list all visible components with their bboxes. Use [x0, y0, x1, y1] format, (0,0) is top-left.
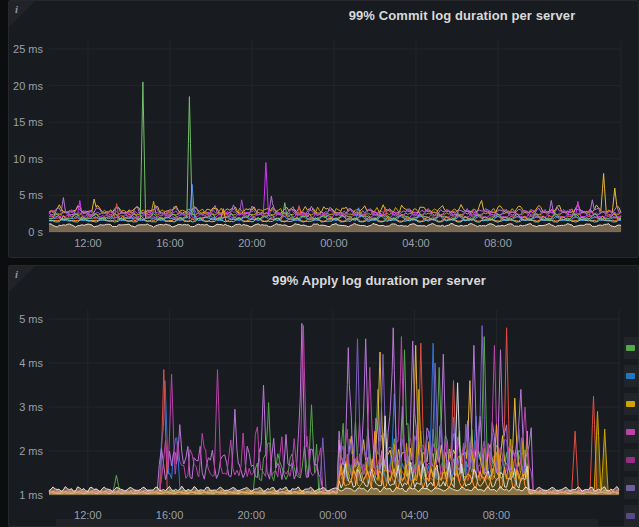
- y-tick-label: 5 ms: [9, 189, 43, 201]
- y-tick-label: 3 ms: [9, 401, 43, 413]
- series-line-server-white: [49, 383, 619, 494]
- y-tick-label: 5 ms: [9, 313, 43, 325]
- series-line-server-violet: [49, 326, 619, 493]
- series-line-server-blue: [49, 343, 619, 493]
- series-area-server-gold: [49, 389, 619, 495]
- series-line-server-red: [49, 328, 619, 493]
- series-line-server-yellow: [49, 345, 619, 492]
- series-line-server-yellow: [49, 173, 621, 213]
- x-tick-label: 08:00: [483, 509, 511, 521]
- series-line-server-magenta: [49, 326, 619, 493]
- x-tick-label: 16:00: [156, 509, 184, 521]
- series-line-server-purple: [49, 323, 619, 492]
- commit-duration-chart[interactable]: [9, 1, 638, 257]
- series-line-server-gold: [49, 389, 619, 493]
- x-tick-label: 04:00: [401, 509, 429, 521]
- x-tick-label: 04:00: [402, 237, 430, 249]
- x-tick-label: 08:00: [484, 237, 512, 249]
- dashboard: { "page": { "background": "#0c0d0f", "pa…: [0, 0, 639, 527]
- panel-commit-log-duration: 99% Commit log duration per server i 0 s…: [8, 0, 639, 258]
- apply-duration-chart[interactable]: [9, 266, 638, 526]
- y-tick-label: 15 ms: [9, 116, 43, 128]
- x-tick-label: 20:00: [237, 509, 265, 521]
- y-tick-label: 4 ms: [9, 357, 43, 369]
- x-tick-label: 12:00: [74, 237, 102, 249]
- panel-apply-log-duration: 99% Apply log duration per server i 1 ms…: [8, 265, 639, 527]
- y-tick-label: 1 ms: [9, 489, 43, 501]
- y-tick-label: 0 s: [9, 226, 43, 238]
- series-line-server-orange: [49, 425, 619, 494]
- x-tick-label: 12:00: [74, 509, 102, 521]
- x-tick-label: 00:00: [319, 509, 347, 521]
- y-tick-label: 25 ms: [9, 43, 43, 55]
- y-tick-label: 10 ms: [9, 153, 43, 165]
- y-tick-label: 20 ms: [9, 80, 43, 92]
- x-tick-label: 16:00: [156, 237, 184, 249]
- series-area-baseline-cream: [49, 223, 621, 232]
- series-line-server-green: [49, 337, 619, 493]
- x-tick-label: 20:00: [238, 237, 266, 249]
- series-line-server-green: [49, 82, 621, 219]
- y-tick-label: 2 ms: [9, 445, 43, 457]
- x-tick-label: 00:00: [320, 237, 348, 249]
